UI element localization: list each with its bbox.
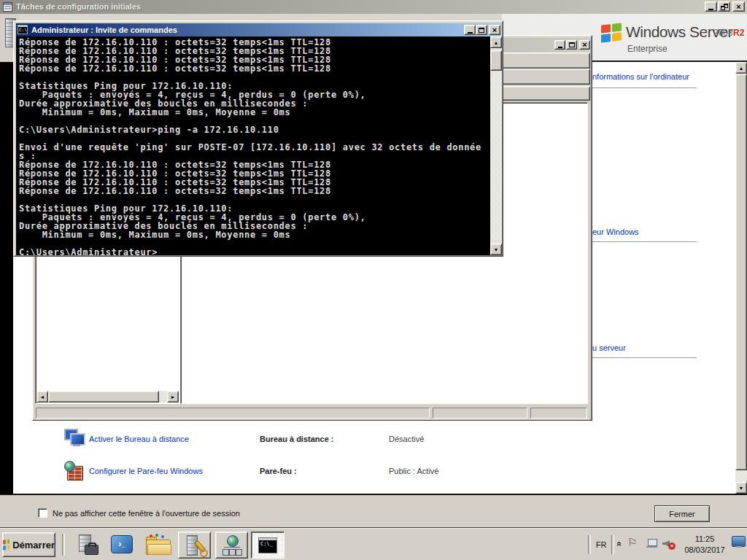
status-bar — [34, 406, 590, 420]
language-indicator[interactable]: FR — [592, 538, 610, 551]
command-prompt-window: C:\ Administrateur : Invite de commandes… — [13, 20, 503, 257]
close-button[interactable]: × — [732, 1, 745, 12]
network-directory-task-button[interactable] — [215, 532, 248, 559]
windows-server-logo-flag-icon — [601, 23, 622, 42]
status-cell — [433, 408, 527, 419]
content-scrollbar: ▲ ▼ — [735, 62, 747, 494]
taskbar: Démarrer ›_ — [0, 528, 747, 560]
section-separator — [592, 357, 697, 358]
clock-time: 11:25 — [681, 534, 728, 545]
hidden-icons-chevron[interactable]: » — [614, 542, 624, 547]
minimize-button[interactable] — [554, 40, 565, 50]
scroll-down-button[interactable]: ▼ — [490, 244, 502, 255]
fermer-button[interactable]: Fermer — [654, 505, 710, 522]
server-manager-icon[interactable] — [75, 534, 100, 556]
close-button[interactable]: × — [489, 25, 500, 35]
desktop: { "main_window": { "title": "Tâches de c… — [0, 0, 747, 560]
server-configuration-task-button[interactable] — [178, 532, 211, 559]
network-directory-icon — [222, 535, 241, 556]
section-separator — [592, 88, 697, 88]
remote-desktop-label: Bureau à distance : — [260, 435, 333, 443]
section-computer-info-fragment: nformations sur l'ordinateur — [592, 72, 689, 81]
status-cell — [36, 408, 430, 419]
section-separator — [592, 241, 697, 242]
show-desktop-icon[interactable] — [732, 536, 746, 547]
minimize-button[interactable] — [705, 1, 717, 12]
restore-button[interactable] — [718, 1, 730, 12]
scrollbar-thumb[interactable] — [48, 391, 159, 402]
volume-muted-icon[interactable]: × — [662, 539, 676, 550]
maximize-button[interactable] — [566, 40, 577, 50]
configure-firewall-link[interactable]: Configurer le Pare-feu Windows — [89, 467, 203, 475]
console-area: Réponse de 172.16.10.110 : octets=32 tem… — [16, 36, 490, 255]
cmd-icon: C:\ — [18, 25, 28, 34]
tray-clock[interactable]: 11:25 08/03/2017 — [681, 534, 728, 556]
start-button-label: Démarrer — [12, 540, 55, 551]
tree-pane-hscrollbar: ◄ ► — [36, 391, 179, 402]
ict-bottom-bar: Ne pas afficher cette fenêtre à l'ouvert… — [0, 494, 747, 528]
window-title: Administrateur : Invite de commandes — [31, 26, 177, 34]
scroll-right-button[interactable]: ► — [167, 391, 179, 402]
console-cursor: _ — [158, 247, 163, 255]
taskbar-divider — [62, 534, 65, 556]
fermer-button-label: Fermer — [669, 510, 694, 518]
minimize-button[interactable] — [464, 25, 476, 35]
brand-release: R2 — [733, 28, 744, 38]
command-prompt-titlebar: C:\ Administrateur : Invite de commandes — [16, 23, 500, 36]
section-windows-update-fragment: eur Windows — [592, 228, 639, 236]
firewall-label: Pare-feu : — [260, 467, 297, 475]
remote-desktop-icon — [64, 429, 84, 447]
scrollbar-thumb[interactable] — [735, 74, 747, 470]
console-output: Réponse de 172.16.10.110 : octets=32 tem… — [16, 36, 490, 255]
firewall-icon — [64, 461, 84, 481]
dont-show-checkbox[interactable] — [38, 508, 47, 518]
maximize-button[interactable] — [476, 25, 487, 35]
scroll-up-button[interactable]: ▲ — [735, 62, 747, 74]
firewall-value: Public : Activé — [389, 467, 438, 475]
brand-year: 2008 — [713, 28, 733, 38]
scrollbar-thumb[interactable] — [490, 50, 502, 71]
close-button[interactable]: × — [579, 40, 590, 50]
command-prompt-task-button[interactable]: C:\_ — [251, 532, 285, 559]
enable-remote-desktop-link[interactable]: Activer le Bureau à distance — [89, 435, 189, 443]
windows-flag-icon — [3, 539, 9, 550]
console-scrollbar: ▲ ▼ — [490, 36, 502, 255]
action-center-flag-icon[interactable]: ⚐ — [627, 536, 637, 549]
status-cell — [530, 408, 587, 419]
powershell-icon[interactable]: ›_ — [111, 535, 133, 553]
window-title: Tâches de configuration initiales — [16, 2, 141, 11]
scroll-down-button[interactable]: ▼ — [735, 482, 747, 494]
scroll-up-button[interactable]: ▲ — [490, 36, 502, 48]
remote-desktop-value: Désactivé — [389, 435, 424, 443]
dont-show-label: Ne pas afficher cette fenêtre à l'ouvert… — [53, 509, 240, 518]
windows-explorer-icon[interactable] — [145, 534, 171, 556]
clock-date: 08/03/2017 — [681, 545, 728, 556]
command-prompt-icon: C:\_ — [258, 537, 277, 553]
scroll-left-button[interactable]: ◄ — [36, 391, 48, 402]
tray-divider — [588, 535, 591, 554]
ict-window-icon — [3, 2, 12, 12]
start-button[interactable]: Démarrer — [2, 532, 55, 557]
network-status-icon[interactable] — [646, 539, 657, 548]
brand-edition: Enterprise — [627, 44, 667, 54]
server-configuration-icon — [185, 535, 205, 556]
section-customize-server-fragment: u serveur — [592, 343, 626, 352]
ict-window-titlebar: Tâches de configuration initiales × — [0, 0, 747, 14]
